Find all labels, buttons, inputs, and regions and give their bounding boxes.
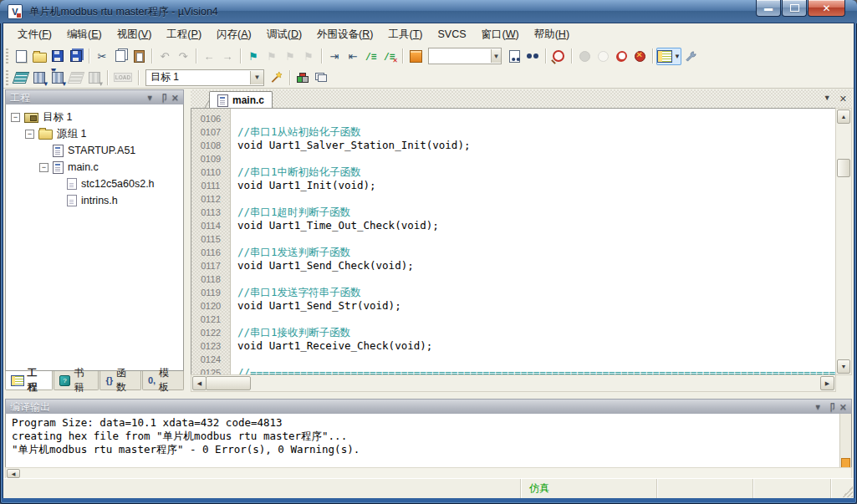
toolbar-grip[interactable]: [6, 48, 8, 64]
code-view[interactable]: 0106010701080109011001110112011301140115…: [191, 108, 836, 375]
build-button[interactable]: [30, 69, 48, 86]
batch-build-button[interactable]: [67, 69, 85, 86]
menu-item-10[interactable]: 帮助(H): [527, 24, 577, 45]
tree-expander-icon[interactable]: −: [39, 163, 48, 172]
redo-button[interactable]: ↷: [174, 48, 192, 65]
tree-item-4[interactable]: stc12c5a60s2.h: [6, 176, 183, 192]
comment-selection-button[interactable]: /≡: [362, 48, 380, 65]
toolbar-grip[interactable]: [6, 70, 8, 85]
panel-dropdown-icon[interactable]: ▼: [146, 94, 154, 102]
kill-all-breakpoints-button[interactable]: [630, 48, 649, 65]
panel-tab-0[interactable]: 工程: [5, 371, 53, 390]
scroll-up-arrow[interactable]: ▲: [837, 109, 850, 124]
status-message-segment: [3, 479, 520, 498]
start-stop-debug-button[interactable]: [549, 48, 568, 65]
resize-grip[interactable]: [842, 486, 853, 497]
menu-item-6[interactable]: 外围设备(R): [309, 24, 380, 45]
rebuild-all-button[interactable]: [48, 69, 67, 86]
previous-bookmark-button[interactable]: ⚑: [281, 48, 299, 65]
close-button[interactable]: ✕: [808, 0, 845, 17]
stop-build-button[interactable]: [85, 69, 104, 86]
cut-button[interactable]: ✂: [93, 48, 111, 65]
navigate-back-button[interactable]: ←: [200, 48, 218, 65]
uncomment-selection-button[interactable]: /≡✕: [380, 48, 399, 65]
horizontal-scroll-thumb[interactable]: [206, 376, 251, 390]
panel-tab-1[interactable]: ?书籍: [54, 371, 99, 390]
arrange-windows-button[interactable]: [312, 69, 330, 86]
code-text[interactable]: //串口1从站初始化子函数void Uart1_Salver_Station_I…: [231, 109, 835, 374]
translate-button[interactable]: [12, 69, 30, 86]
tree-item-3[interactable]: −main.c: [6, 159, 183, 176]
undo-button[interactable]: ↶: [156, 48, 174, 65]
manage-components-button[interactable]: [293, 69, 312, 86]
save-all-button[interactable]: [67, 48, 85, 65]
scroll-right-arrow[interactable]: ▶: [820, 376, 834, 390]
editor-tab-main-c[interactable]: main.c: [209, 91, 273, 109]
build-output-log[interactable]: Program Size: data=10.1 xdata=432 code=4…: [5, 414, 852, 471]
scroll-left-arrow[interactable]: ◀: [192, 376, 207, 390]
menu-item-2[interactable]: 视图(V): [110, 24, 160, 45]
editor-horizontal-scrollbar[interactable]: ◀ ▶: [191, 374, 836, 392]
build-output-header[interactable]: 编译输出 ▼ 卩 ✕: [5, 399, 852, 415]
tree-item-5[interactable]: intrins.h: [6, 192, 183, 209]
output-pin-icon[interactable]: 卩: [826, 403, 835, 412]
layout-dropdown-arrow[interactable]: ▼: [674, 53, 681, 60]
tree-expander-icon[interactable]: −: [11, 113, 20, 122]
panel-close-icon[interactable]: ✕: [171, 94, 179, 103]
menu-item-5[interactable]: 调试(D): [259, 24, 309, 45]
panel-tab-3[interactable]: 0,模板: [142, 371, 184, 390]
output-dropdown-icon[interactable]: ▼: [814, 404, 822, 411]
save-button[interactable]: [48, 48, 67, 65]
copy-button[interactable]: [111, 48, 130, 65]
tree-item-0[interactable]: −目标 1: [6, 109, 183, 125]
combo-dropdown-button[interactable]: ▼: [491, 49, 501, 63]
tree-item-2[interactable]: STARTUP.A51: [6, 142, 183, 159]
find-button[interactable]: [505, 48, 523, 65]
panel-pin-icon[interactable]: 卩: [158, 94, 167, 103]
maximize-button[interactable]: [782, 0, 807, 17]
title-bar[interactable]: V 单片机modbus rtu master程序 - µVision4 ▬ ✕: [0, 0, 857, 23]
configuration-button[interactable]: [681, 48, 700, 65]
insert-breakpoint-button[interactable]: [575, 48, 594, 65]
menu-item-3[interactable]: 工程(P): [159, 24, 209, 45]
paste-button[interactable]: [130, 48, 148, 65]
tab-close-icon[interactable]: ✕: [839, 94, 847, 104]
vertical-scroll-thumb[interactable]: [837, 159, 850, 177]
window-layout-button[interactable]: ▼: [656, 48, 681, 65]
navigate-forward-button[interactable]: →: [218, 48, 237, 65]
target-options-button[interactable]: [268, 69, 286, 86]
project-panel-header[interactable]: 工程 ▼ 卩 ✕: [5, 89, 184, 106]
minimize-button[interactable]: ▬: [756, 0, 781, 17]
output-vertical-scrollbar[interactable]: [839, 414, 851, 470]
open-file-button[interactable]: [30, 48, 48, 65]
editor-vertical-scrollbar[interactable]: ▲ ▼: [835, 108, 852, 375]
editor-tab-label: main.c: [232, 94, 264, 106]
insert-bookmark-button[interactable]: ⚑: [244, 48, 263, 65]
menu-item-7[interactable]: 工具(T): [380, 24, 430, 45]
panel-tab-2[interactable]: {}函数: [99, 371, 140, 390]
incremental-find-button[interactable]: [523, 48, 542, 65]
new-file-button[interactable]: [12, 48, 30, 65]
output-close-icon[interactable]: ✕: [839, 403, 847, 412]
clear-bookmarks-button[interactable]: ⚑: [299, 48, 318, 65]
menu-item-1[interactable]: 编辑(E): [59, 24, 110, 45]
indent-button[interactable]: ⇥: [325, 48, 344, 65]
menu-item-8[interactable]: SVCS: [430, 25, 473, 43]
enable-disable-breakpoint-button[interactable]: [594, 48, 612, 65]
unindent-button[interactable]: ⇤: [344, 48, 362, 65]
next-bookmark-button[interactable]: ⚑: [263, 48, 281, 65]
tab-list-dropdown-icon[interactable]: ▼: [824, 94, 831, 104]
source-file-icon: [53, 145, 64, 157]
find-in-files-button[interactable]: [406, 48, 425, 65]
find-input[interactable]: [429, 49, 491, 63]
disable-all-breakpoints-button[interactable]: [612, 48, 630, 65]
output-scroll-left-arrow[interactable]: ◀: [7, 469, 20, 478]
tree-item-1[interactable]: −源组 1: [6, 125, 183, 142]
tree-expander-icon[interactable]: −: [25, 130, 34, 139]
menu-item-0[interactable]: 文件(F): [10, 24, 59, 45]
scroll-down-arrow[interactable]: ▼: [837, 359, 850, 374]
target-dropdown-button[interactable]: ▼: [250, 71, 263, 84]
menu-item-4[interactable]: 闪存(A): [209, 24, 259, 45]
load-flash-button[interactable]: LOAD: [111, 69, 135, 86]
menu-item-9[interactable]: 窗口(W): [474, 24, 527, 45]
